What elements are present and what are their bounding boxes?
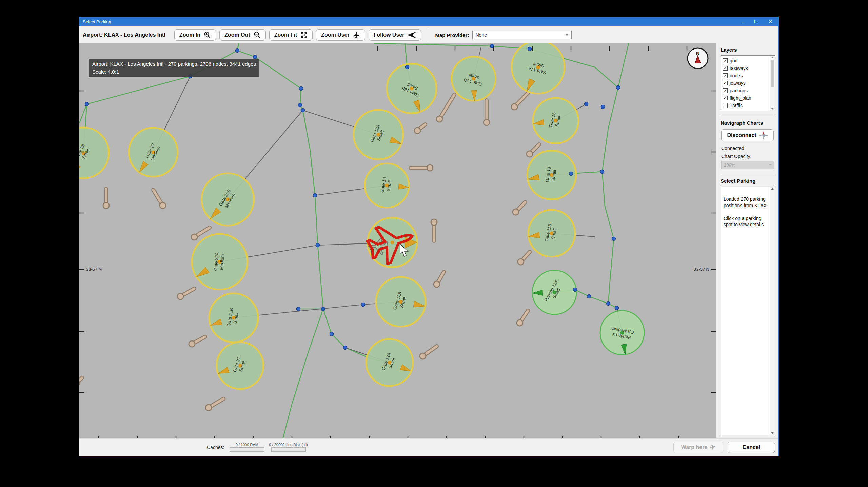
checkbox-checked-icon[interactable]: ✓	[723, 66, 728, 71]
scroll-up-icon[interactable]	[771, 57, 774, 58]
layer-item-flight_plan[interactable]: ✓flight_plan	[723, 94, 769, 102]
taxi-node	[616, 86, 620, 90]
layer-label: flight_plan	[730, 95, 751, 101]
layer-label: taxiways	[730, 65, 748, 71]
close-icon[interactable]: ✕	[768, 19, 772, 24]
taxi-node	[587, 295, 591, 298]
layer-item-taxiways[interactable]: ✓taxiways	[723, 64, 769, 72]
select-parking-window: Select Parking – ✕ Airport: KLAX - Los A…	[79, 17, 779, 456]
map-info-line2: Scale: 4.0:1	[92, 68, 256, 76]
taxi-node	[612, 237, 616, 241]
checkbox-checked-icon[interactable]: ✓	[723, 73, 728, 78]
parking-spot-gate-13[interactable]: Gate 13Small	[527, 151, 576, 199]
ram-cache: 0 / 1000 RAM	[230, 443, 264, 452]
taxi-node	[615, 306, 619, 310]
parking-spot-gate-22a[interactable]: Gate 22AMedium	[192, 234, 248, 290]
layer-item-grid[interactable]: ✓grid	[723, 57, 769, 64]
layers-title: Layers	[721, 47, 775, 53]
layers-scrollbar[interactable]	[770, 56, 775, 111]
checkbox-unchecked-icon[interactable]	[723, 103, 728, 108]
parking-spot-gate-17a[interactable]: Gate 17ASmall	[512, 43, 565, 94]
info-scrollbar[interactable]	[770, 187, 775, 435]
airport-map-canvas[interactable]: Gate 28SmallGate 27MediumGate 25BMediumG…	[79, 43, 716, 438]
layer-item-jetways[interactable]: ✓jetways	[723, 79, 769, 87]
parking-spot-parking-11a[interactable]: Parking 11ASmall	[532, 270, 576, 314]
layer-label: jetways	[730, 80, 746, 86]
layer-label: parkings	[730, 88, 748, 93]
taxi-node	[85, 102, 89, 106]
layer-item-Traffic[interactable]: Traffic	[723, 102, 769, 109]
expand-arrows-icon	[300, 31, 308, 39]
minimize-icon[interactable]: –	[742, 19, 744, 24]
airport-label: Airport: KLAX - Los Angeles Intl	[83, 32, 165, 38]
parking-spot-gate-12a[interactable]: Gate 12ASmall	[366, 339, 413, 386]
map-info-line1: Airport: KLAX - Los Angeles Intl - 270 p…	[92, 60, 256, 68]
parking-spot-gate-15[interactable]: Gate 15Small	[533, 98, 578, 143]
layer-item-parkings[interactable]: ✓parkings	[723, 87, 769, 94]
taxiway-line	[283, 309, 323, 438]
jetway	[177, 289, 194, 299]
parking-spot-gate-21b[interactable]: Gate 21BSmall	[209, 293, 258, 342]
layer-item-nodes[interactable]: ✓nodes	[723, 72, 769, 79]
jetway	[411, 165, 433, 171]
sidebar-divider	[721, 116, 775, 116]
paper-plane-icon	[407, 31, 416, 39]
titlebar: Select Parking – ✕	[79, 17, 778, 26]
zoom-in-button[interactable]: Zoom In	[174, 29, 216, 41]
taxi-node	[361, 303, 365, 307]
checkbox-checked-icon[interactable]: ✓	[723, 96, 728, 100]
follow-user-button[interactable]: Follow User	[369, 29, 421, 41]
taxiway-line	[618, 43, 629, 87]
parking-spot-gate-27[interactable]: Gate 27Medium	[129, 128, 178, 177]
map-info-overlay: Airport: KLAX - Los Angeles Intl - 270 p…	[89, 59, 259, 77]
window-controls: – ✕	[742, 19, 775, 24]
connection-status: Connected	[721, 145, 775, 151]
parking-spot-gate-17b[interactable]: Gate 17BSmall	[452, 57, 496, 101]
taxi-node	[316, 244, 320, 247]
select-parking-title: Select Parking	[721, 178, 775, 184]
checkbox-checked-icon[interactable]: ✓	[723, 88, 728, 93]
taxi-node	[301, 109, 305, 112]
scroll-down-icon[interactable]	[771, 108, 774, 110]
jetway	[79, 378, 82, 386]
parking-spot-gate-28[interactable]: Gate 28Small	[79, 128, 109, 178]
airport-map[interactable]: Gate 28SmallGate 27MediumGate 25BMediumG…	[79, 43, 716, 438]
taxiway-line	[602, 87, 622, 333]
parking-spot-gate-18b[interactable]: Gate 18BSmall	[387, 64, 436, 113]
jetway	[517, 311, 528, 326]
checkbox-checked-icon[interactable]: ✓	[723, 81, 728, 85]
zoom-user-button[interactable]: Zoom User	[316, 29, 365, 41]
parking-spot-gate-12b[interactable]: Gate 12BSmall	[376, 277, 426, 327]
taxi-node	[406, 65, 409, 69]
scrollbar-thumb[interactable]	[771, 60, 774, 87]
map-provider-dropdown[interactable]: None	[472, 31, 572, 39]
jetway	[513, 202, 525, 215]
jetway	[420, 346, 437, 359]
parking-spot-parking-9[interactable]: Parking 9GA Medium	[600, 311, 644, 355]
parking-spot-gate-11b[interactable]: Gate 11BSmall	[528, 210, 575, 257]
layer-label: nodes	[730, 73, 743, 78]
chart-opacity-dropdown[interactable]: 100%	[721, 161, 774, 169]
parking-spot-gate-18a[interactable]: Gate 18ASmall	[354, 110, 403, 159]
airplane-icon	[353, 31, 360, 39]
latitude-label-right: 33-57 N	[694, 267, 709, 272]
chevron-down-icon	[769, 164, 772, 166]
ram-cache-progressbar	[230, 447, 264, 452]
checkbox-checked-icon[interactable]: ✓	[723, 58, 728, 63]
scroll-down-icon[interactable]	[771, 432, 774, 434]
parking-spot-gate-16[interactable]: Gate 16Small	[365, 163, 409, 208]
warp-here-button[interactable]: Warp here ✈	[673, 442, 723, 453]
cancel-button[interactable]: Cancel	[728, 442, 775, 453]
taxi-node	[236, 49, 239, 53]
zoom-out-button[interactable]: Zoom Out	[219, 29, 266, 41]
parking-spot-gate-25b[interactable]: Gate 25BMedium	[202, 173, 254, 226]
scroll-up-icon[interactable]	[771, 188, 774, 190]
zoom-fit-button[interactable]: Zoom Fit	[269, 29, 313, 41]
toolbar-separator	[428, 29, 428, 41]
parking-spot-gate-31[interactable]: Gate 31Small	[217, 342, 263, 389]
taxi-node	[569, 172, 573, 176]
disconnect-button[interactable]: Disconnect	[721, 129, 774, 141]
bottombar: Caches: 0 / 1000 RAM 0 / 20000 tiles Dis…	[79, 438, 778, 456]
jetway	[431, 219, 437, 241]
maximize-icon[interactable]	[754, 19, 758, 24]
